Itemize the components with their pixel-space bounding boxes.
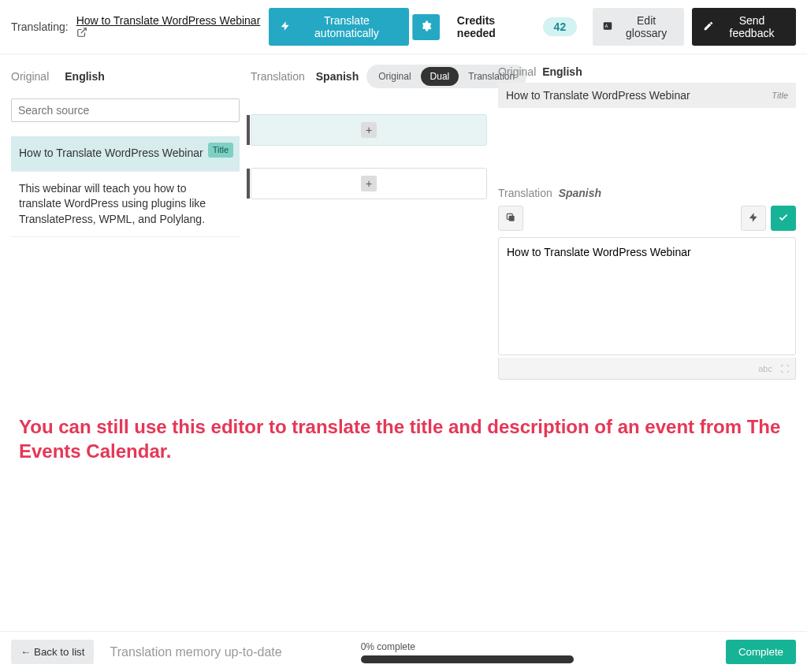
add-translation-button[interactable]: + bbox=[361, 176, 377, 191]
segment-badge: Title bbox=[208, 143, 233, 158]
original-text-tag: Title bbox=[772, 91, 788, 100]
progress-section: 0% complete bbox=[361, 641, 574, 663]
translating-title-link[interactable]: How to Translate WordPress Webinar bbox=[76, 14, 261, 40]
callout-text: You can still use this editor to transla… bbox=[0, 414, 807, 463]
original-lang: English bbox=[65, 70, 105, 83]
machine-translate-button[interactable] bbox=[741, 206, 766, 231]
bolt-icon bbox=[748, 212, 759, 225]
search-source-input[interactable] bbox=[11, 98, 240, 122]
copy-icon bbox=[505, 212, 516, 225]
pencil-icon bbox=[703, 20, 714, 34]
view-original-button[interactable]: Original bbox=[369, 67, 420, 86]
segment-item[interactable]: This webinar will teach you how to trans… bbox=[11, 172, 240, 238]
complete-button[interactable]: Complete bbox=[726, 640, 796, 664]
original-label: Original bbox=[11, 70, 49, 83]
active-marker bbox=[247, 169, 250, 199]
segment-text: This webinar will teach you how to trans… bbox=[19, 182, 206, 225]
add-translation-button[interactable]: + bbox=[361, 122, 377, 138]
detail-original-label: Original bbox=[498, 65, 536, 78]
progress-label: 0% complete bbox=[361, 641, 574, 652]
external-link-icon bbox=[76, 29, 87, 40]
top-header: Translating: How to Translate WordPress … bbox=[0, 0, 807, 54]
bolt-icon bbox=[280, 20, 291, 34]
active-marker bbox=[247, 115, 250, 145]
edit-glossary-label: Edit glossary bbox=[618, 14, 675, 39]
copy-source-button[interactable] bbox=[498, 206, 523, 231]
translating-label: Translating: bbox=[11, 20, 69, 33]
translating-title-text: How to Translate WordPress Webinar bbox=[76, 14, 261, 27]
glossary-icon: A bbox=[602, 20, 613, 34]
gear-icon bbox=[421, 20, 432, 34]
expand-icon[interactable]: ⛶ bbox=[780, 364, 789, 373]
back-to-list-button[interactable]: ← Back to list bbox=[11, 640, 94, 664]
bottom-footer: ← Back to list Translation memory up-to-… bbox=[0, 631, 807, 672]
source-column: Original English How to Translate WordPr… bbox=[11, 65, 240, 380]
translation-lang: Spanish bbox=[316, 70, 359, 83]
credits-needed-label: Credits needed bbox=[457, 14, 530, 39]
translation-toolbar bbox=[498, 206, 796, 231]
main-panel: Original English How to Translate WordPr… bbox=[0, 54, 807, 391]
credits-needed-value: 42 bbox=[543, 17, 578, 36]
translate-auto-label: Translate automatically bbox=[296, 14, 398, 39]
segment-item[interactable]: How to Translate WordPress Webinar Title bbox=[11, 136, 240, 172]
svg-rect-3 bbox=[509, 215, 515, 221]
detail-translation-lang: Spanish bbox=[559, 187, 601, 199]
translation-slot[interactable]: + bbox=[251, 168, 487, 199]
detail-original-lang: English bbox=[542, 65, 582, 78]
translate-automatically-button[interactable]: Translate automatically bbox=[269, 8, 409, 46]
detail-column: Original English How to Translate WordPr… bbox=[498, 65, 796, 380]
edit-glossary-button[interactable]: A Edit glossary bbox=[593, 8, 684, 46]
translate-settings-button[interactable] bbox=[412, 14, 440, 40]
svg-line-0 bbox=[80, 28, 85, 32]
translation-label: Translation bbox=[251, 70, 305, 83]
spellcheck-icon[interactable]: abc bbox=[758, 364, 772, 373]
translation-memory-status: Translation memory up-to-date bbox=[110, 645, 281, 659]
check-icon bbox=[778, 212, 789, 225]
send-feedback-label: Send feedback bbox=[719, 14, 785, 39]
send-feedback-button[interactable]: Send feedback bbox=[692, 8, 796, 46]
target-column: Translation Spanish Original Dual Transl… bbox=[251, 65, 487, 380]
view-dual-button[interactable]: Dual bbox=[421, 67, 459, 86]
svg-text:A: A bbox=[605, 24, 608, 28]
translation-slot[interactable]: + bbox=[251, 114, 487, 146]
confirm-translation-button[interactable] bbox=[771, 206, 796, 231]
segment-text: How to Translate WordPress Webinar bbox=[19, 147, 203, 159]
progress-bar bbox=[361, 655, 574, 663]
translation-textarea[interactable] bbox=[498, 237, 796, 355]
original-text: How to Translate WordPress Webinar bbox=[506, 89, 690, 102]
original-text-row: How to Translate WordPress Webinar Title bbox=[498, 83, 796, 108]
detail-translation-label: Translation bbox=[498, 187, 552, 199]
translation-footer: abc ⛶ bbox=[498, 358, 796, 380]
